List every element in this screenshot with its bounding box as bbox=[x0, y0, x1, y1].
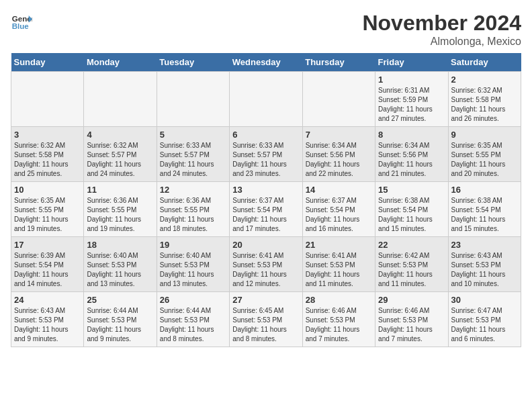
day-info: Sunrise: 6:41 AM Sunset: 5:53 PM Dayligh… bbox=[306, 251, 372, 289]
calendar-cell: 3Sunrise: 6:32 AM Sunset: 5:58 PM Daylig… bbox=[11, 127, 84, 182]
day-info: Sunrise: 6:39 AM Sunset: 5:54 PM Dayligh… bbox=[14, 251, 81, 289]
calendar-week-row: 24Sunrise: 6:43 AM Sunset: 5:53 PM Dayli… bbox=[11, 292, 521, 347]
calendar-cell: 15Sunrise: 6:38 AM Sunset: 5:54 PM Dayli… bbox=[375, 182, 448, 237]
day-info: Sunrise: 6:33 AM Sunset: 5:57 PM Dayligh… bbox=[160, 141, 226, 179]
day-info: Sunrise: 6:44 AM Sunset: 5:53 PM Dayligh… bbox=[160, 306, 226, 344]
day-info: Sunrise: 6:34 AM Sunset: 5:56 PM Dayligh… bbox=[378, 141, 445, 179]
calendar-week-row: 10Sunrise: 6:35 AM Sunset: 5:55 PM Dayli… bbox=[11, 182, 521, 237]
calendar-cell bbox=[157, 72, 229, 127]
weekday-header: Tuesday bbox=[157, 53, 229, 72]
day-number: 29 bbox=[378, 295, 445, 305]
day-number: 7 bbox=[306, 130, 372, 140]
calendar-cell: 30Sunrise: 6:47 AM Sunset: 5:53 PM Dayli… bbox=[448, 292, 521, 347]
page-title: November 2024 bbox=[362, 11, 521, 36]
day-info: Sunrise: 6:38 AM Sunset: 5:54 PM Dayligh… bbox=[451, 196, 518, 234]
calendar-cell: 1Sunrise: 6:31 AM Sunset: 5:59 PM Daylig… bbox=[375, 72, 448, 127]
day-info: Sunrise: 6:40 AM Sunset: 5:53 PM Dayligh… bbox=[160, 251, 226, 289]
day-info: Sunrise: 6:46 AM Sunset: 5:53 PM Dayligh… bbox=[378, 306, 445, 344]
weekday-header: Friday bbox=[375, 53, 448, 72]
day-info: Sunrise: 6:35 AM Sunset: 5:55 PM Dayligh… bbox=[451, 141, 518, 179]
calendar-cell: 19Sunrise: 6:40 AM Sunset: 5:53 PM Dayli… bbox=[157, 237, 229, 292]
day-number: 8 bbox=[378, 130, 445, 140]
logo: General Blue bbox=[11, 11, 32, 32]
day-number: 11 bbox=[87, 185, 153, 195]
calendar-week-row: 3Sunrise: 6:32 AM Sunset: 5:58 PM Daylig… bbox=[11, 127, 521, 182]
day-number: 9 bbox=[451, 130, 518, 140]
day-info: Sunrise: 6:44 AM Sunset: 5:53 PM Dayligh… bbox=[87, 306, 153, 344]
page-subtitle: Almolonga, Mexico bbox=[362, 36, 521, 48]
calendar-cell: 17Sunrise: 6:39 AM Sunset: 5:54 PM Dayli… bbox=[11, 237, 84, 292]
day-number: 26 bbox=[160, 295, 226, 305]
weekday-header: Monday bbox=[84, 53, 157, 72]
calendar-week-row: 1Sunrise: 6:31 AM Sunset: 5:59 PM Daylig… bbox=[11, 72, 521, 127]
day-number: 18 bbox=[87, 240, 153, 250]
day-number: 6 bbox=[232, 130, 299, 140]
day-number: 17 bbox=[14, 240, 81, 250]
day-number: 21 bbox=[306, 240, 372, 250]
calendar-cell: 14Sunrise: 6:37 AM Sunset: 5:54 PM Dayli… bbox=[302, 182, 375, 237]
day-info: Sunrise: 6:33 AM Sunset: 5:57 PM Dayligh… bbox=[232, 141, 299, 179]
calendar-cell: 9Sunrise: 6:35 AM Sunset: 5:55 PM Daylig… bbox=[448, 127, 521, 182]
calendar-cell bbox=[84, 72, 157, 127]
day-number: 30 bbox=[451, 295, 518, 305]
day-number: 14 bbox=[306, 185, 372, 195]
logo-icon: General Blue bbox=[11, 11, 32, 32]
day-info: Sunrise: 6:38 AM Sunset: 5:54 PM Dayligh… bbox=[378, 196, 445, 234]
day-info: Sunrise: 6:43 AM Sunset: 5:53 PM Dayligh… bbox=[14, 306, 81, 344]
calendar-cell: 11Sunrise: 6:36 AM Sunset: 5:55 PM Dayli… bbox=[84, 182, 157, 237]
calendar-cell: 21Sunrise: 6:41 AM Sunset: 5:53 PM Dayli… bbox=[302, 237, 375, 292]
day-info: Sunrise: 6:41 AM Sunset: 5:53 PM Dayligh… bbox=[232, 251, 299, 289]
day-info: Sunrise: 6:42 AM Sunset: 5:53 PM Dayligh… bbox=[378, 251, 445, 289]
day-info: Sunrise: 6:32 AM Sunset: 5:57 PM Dayligh… bbox=[87, 141, 153, 179]
day-number: 3 bbox=[14, 130, 81, 140]
day-number: 27 bbox=[232, 295, 299, 305]
weekday-header: Wednesday bbox=[230, 53, 302, 72]
day-number: 22 bbox=[378, 240, 445, 250]
day-number: 13 bbox=[232, 185, 299, 195]
weekday-header-row: SundayMondayTuesdayWednesdayThursdayFrid… bbox=[11, 53, 521, 72]
day-number: 15 bbox=[378, 185, 445, 195]
calendar-cell bbox=[230, 72, 302, 127]
calendar-cell: 28Sunrise: 6:46 AM Sunset: 5:53 PM Dayli… bbox=[302, 292, 375, 347]
calendar-cell: 12Sunrise: 6:36 AM Sunset: 5:55 PM Dayli… bbox=[157, 182, 229, 237]
calendar-cell: 10Sunrise: 6:35 AM Sunset: 5:55 PM Dayli… bbox=[11, 182, 84, 237]
day-number: 2 bbox=[451, 75, 518, 85]
calendar-cell: 27Sunrise: 6:45 AM Sunset: 5:53 PM Dayli… bbox=[230, 292, 302, 347]
day-info: Sunrise: 6:37 AM Sunset: 5:54 PM Dayligh… bbox=[232, 196, 299, 234]
day-number: 19 bbox=[160, 240, 226, 250]
calendar-cell: 24Sunrise: 6:43 AM Sunset: 5:53 PM Dayli… bbox=[11, 292, 84, 347]
day-info: Sunrise: 6:32 AM Sunset: 5:58 PM Dayligh… bbox=[14, 141, 81, 179]
day-number: 16 bbox=[451, 185, 518, 195]
day-number: 28 bbox=[306, 295, 372, 305]
calendar-cell: 22Sunrise: 6:42 AM Sunset: 5:53 PM Dayli… bbox=[375, 237, 448, 292]
calendar-cell: 26Sunrise: 6:44 AM Sunset: 5:53 PM Dayli… bbox=[157, 292, 229, 347]
calendar-cell: 2Sunrise: 6:32 AM Sunset: 5:58 PM Daylig… bbox=[448, 72, 521, 127]
calendar-cell bbox=[11, 72, 84, 127]
calendar-cell: 25Sunrise: 6:44 AM Sunset: 5:53 PM Dayli… bbox=[84, 292, 157, 347]
day-info: Sunrise: 6:46 AM Sunset: 5:53 PM Dayligh… bbox=[306, 306, 372, 344]
calendar-cell: 29Sunrise: 6:46 AM Sunset: 5:53 PM Dayli… bbox=[375, 292, 448, 347]
weekday-header: Saturday bbox=[448, 53, 521, 72]
day-info: Sunrise: 6:34 AM Sunset: 5:56 PM Dayligh… bbox=[306, 141, 372, 179]
day-info: Sunrise: 6:36 AM Sunset: 5:55 PM Dayligh… bbox=[160, 196, 226, 234]
day-info: Sunrise: 6:32 AM Sunset: 5:58 PM Dayligh… bbox=[451, 86, 518, 124]
weekday-header: Sunday bbox=[11, 53, 84, 72]
calendar-cell: 13Sunrise: 6:37 AM Sunset: 5:54 PM Dayli… bbox=[230, 182, 302, 237]
calendar-cell: 6Sunrise: 6:33 AM Sunset: 5:57 PM Daylig… bbox=[230, 127, 302, 182]
day-number: 24 bbox=[14, 295, 81, 305]
day-info: Sunrise: 6:45 AM Sunset: 5:53 PM Dayligh… bbox=[232, 306, 299, 344]
calendar-week-row: 17Sunrise: 6:39 AM Sunset: 5:54 PM Dayli… bbox=[11, 237, 521, 292]
calendar-cell: 4Sunrise: 6:32 AM Sunset: 5:57 PM Daylig… bbox=[84, 127, 157, 182]
day-number: 1 bbox=[378, 75, 445, 85]
day-number: 12 bbox=[160, 185, 226, 195]
day-info: Sunrise: 6:31 AM Sunset: 5:59 PM Dayligh… bbox=[378, 86, 445, 124]
calendar-body: 1Sunrise: 6:31 AM Sunset: 5:59 PM Daylig… bbox=[11, 72, 521, 347]
calendar-cell: 8Sunrise: 6:34 AM Sunset: 5:56 PM Daylig… bbox=[375, 127, 448, 182]
svg-text:Blue: Blue bbox=[12, 22, 30, 30]
day-info: Sunrise: 6:36 AM Sunset: 5:55 PM Dayligh… bbox=[87, 196, 153, 234]
calendar-cell: 16Sunrise: 6:38 AM Sunset: 5:54 PM Dayli… bbox=[448, 182, 521, 237]
day-info: Sunrise: 6:43 AM Sunset: 5:53 PM Dayligh… bbox=[451, 251, 518, 289]
weekday-header: Thursday bbox=[302, 53, 375, 72]
calendar-cell: 20Sunrise: 6:41 AM Sunset: 5:53 PM Dayli… bbox=[230, 237, 302, 292]
calendar-cell bbox=[302, 72, 375, 127]
